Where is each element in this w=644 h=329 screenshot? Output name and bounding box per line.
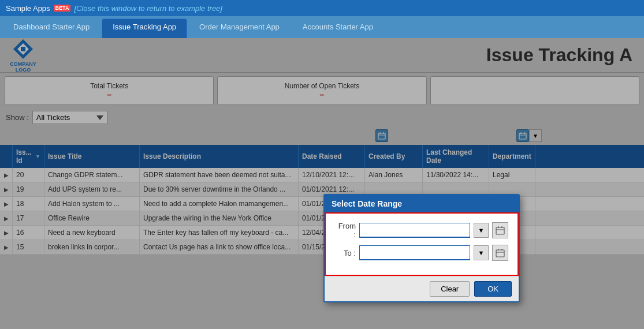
dialog-footer: Clear OK	[325, 276, 519, 301]
tab-bar: Dashboard Starter App Issue Tracking App…	[0, 16, 644, 38]
to-dropdown-btn[interactable]: ▼	[474, 245, 489, 260]
to-calendar-btn[interactable]	[492, 245, 508, 261]
clear-button[interactable]: Clear	[430, 281, 470, 297]
from-dropdown-btn[interactable]: ▼	[474, 223, 489, 238]
tab-issue-tracking[interactable]: Issue Tracking App	[102, 18, 187, 38]
tab-order-management[interactable]: Order Management App	[188, 18, 291, 38]
svg-rect-15	[496, 250, 504, 257]
app-name-label: Sample Apps	[6, 4, 50, 13]
close-window-link[interactable]: [Close this window to return to example …	[74, 4, 222, 13]
dialog-body: From : ▼ To : ▼	[325, 212, 519, 276]
from-row: From : ▼	[335, 222, 508, 239]
from-calendar-btn[interactable]	[492, 222, 508, 238]
from-input[interactable]	[359, 223, 470, 238]
svg-rect-11	[496, 227, 504, 234]
to-row: To : ▼	[335, 245, 508, 261]
dialog-overlay	[0, 38, 644, 329]
beta-badge: BETA	[54, 5, 71, 12]
tab-accounts-starter[interactable]: Accounts Starter App	[292, 18, 384, 38]
from-label: From :	[335, 222, 356, 239]
select-date-range-dialog: Select Date Range From : ▼ To : ▼ Clear	[323, 194, 520, 302]
top-bar: Sample Apps BETA [Close this window to r…	[0, 0, 644, 16]
to-input[interactable]	[359, 245, 470, 260]
ok-button[interactable]: OK	[474, 281, 512, 297]
main-content: COMPANY LOGO Issue Tracking A Total Tick…	[0, 38, 644, 329]
dialog-title: Select Date Range	[325, 195, 519, 212]
tab-dashboard[interactable]: Dashboard Starter App	[2, 18, 100, 38]
to-label: To :	[335, 249, 356, 257]
